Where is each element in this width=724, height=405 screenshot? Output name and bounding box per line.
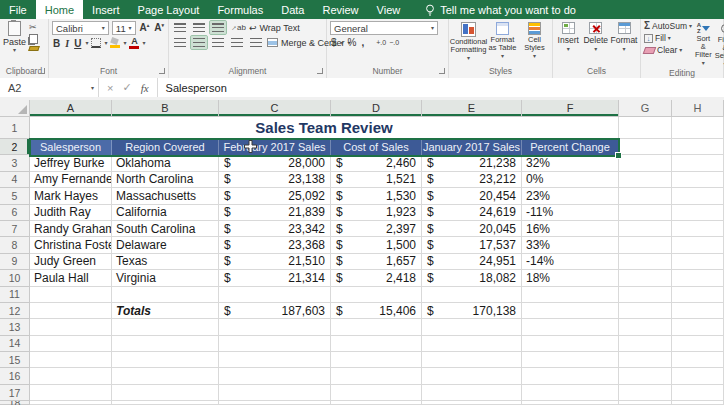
cell-name[interactable]: Randy Graham (30, 221, 112, 237)
cell-name[interactable]: Paula Hall (30, 270, 112, 286)
cell-pct[interactable]: -14% (522, 254, 619, 270)
format-painter-button[interactable] (29, 46, 39, 51)
cell-jan-sales[interactable]: $18,082 (422, 270, 522, 286)
conditional-formatting-button[interactable]: Conditional Formatting ▾ (452, 21, 485, 65)
header-cell-pct-change[interactable]: Percent Change (522, 139, 619, 155)
cell[interactable] (30, 385, 112, 401)
fill-color-button[interactable] (110, 38, 120, 48)
enter-button[interactable]: ✓ (122, 81, 131, 94)
row-header-10[interactable]: 10 (0, 270, 30, 286)
cell[interactable] (672, 303, 724, 319)
cell[interactable] (112, 319, 219, 335)
tab-page-layout[interactable]: Page Layout (129, 0, 209, 19)
tab-formulas[interactable]: Formulas (208, 0, 272, 19)
row-header-5[interactable]: 5 (0, 188, 30, 204)
cell[interactable] (672, 155, 724, 171)
cell[interactable] (219, 385, 331, 401)
cell-jan-sales[interactable]: $17,537 (422, 237, 522, 253)
column-header-e[interactable]: E (422, 100, 522, 117)
find-select-button[interactable]: Find & Select ▾ (715, 21, 724, 67)
cell[interactable] (619, 352, 672, 368)
cell-name[interactable]: Judy Green (30, 254, 112, 270)
cell[interactable] (422, 287, 522, 303)
cell[interactable] (219, 319, 331, 335)
cell[interactable] (422, 352, 522, 368)
cell[interactable] (619, 221, 672, 237)
cell-title-merged[interactable]: Sales Team Review (30, 117, 619, 139)
cell[interactable] (522, 352, 619, 368)
cell-totals-jan[interactable]: $170,138 (422, 303, 522, 319)
cell[interactable] (30, 401, 112, 405)
cell[interactable] (619, 155, 672, 171)
cell[interactable] (219, 287, 331, 303)
cell[interactable] (672, 205, 724, 221)
top-align-button[interactable] (172, 21, 188, 34)
cell-region[interactable]: Massachusetts (112, 188, 219, 204)
insert-function-button[interactable]: fx (141, 82, 149, 94)
cell-jan-sales[interactable]: $24,951 (422, 254, 522, 270)
cell-pct[interactable]: 32% (522, 155, 619, 171)
cell[interactable] (619, 368, 672, 384)
cell[interactable] (619, 172, 672, 188)
cell-totals-feb[interactable]: $187,603 (219, 303, 331, 319)
cell[interactable] (672, 385, 724, 401)
cell-region[interactable]: Virginia (112, 270, 219, 286)
cell[interactable] (331, 368, 422, 384)
cell[interactable] (522, 401, 619, 405)
cell[interactable] (422, 336, 522, 352)
cell-name[interactable]: Jeffrey Burke (30, 155, 112, 171)
cell[interactable] (219, 368, 331, 384)
increase-decimal-button[interactable]: +.0 (376, 39, 386, 46)
cell-pct[interactable]: 18% (522, 270, 619, 286)
cell-jan-sales[interactable]: $24,619 (422, 205, 522, 221)
cell[interactable] (672, 172, 724, 188)
delete-cells-button[interactable]: Delete ▾ (583, 21, 608, 65)
cell-region[interactable]: South Carolina (112, 221, 219, 237)
column-header-c[interactable]: C (219, 100, 331, 117)
clear-button[interactable]: Clear▾ (644, 45, 692, 55)
row-header-9[interactable]: 9 (0, 254, 30, 270)
cell-feb-sales[interactable]: $21,314 (219, 270, 331, 286)
fill-button[interactable]: ↓Fill▾ (644, 33, 692, 43)
cell[interactable] (522, 287, 619, 303)
align-center-button[interactable] (191, 36, 207, 49)
cell-cost[interactable]: $1,521 (331, 172, 422, 188)
cell-jan-sales[interactable]: $21,238 (422, 155, 522, 171)
cell-region[interactable]: Delaware (112, 237, 219, 253)
cell-region[interactable]: Texas (112, 254, 219, 270)
cell-cost[interactable]: $1,923 (331, 205, 422, 221)
format-as-table-button[interactable]: Format as Table ▾ (488, 21, 517, 65)
font-dialog-launcher-icon[interactable] (159, 68, 165, 74)
cell-feb-sales[interactable]: $21,510 (219, 254, 331, 270)
row-header-15[interactable]: 15 (0, 352, 30, 368)
cancel-button[interactable]: × (107, 82, 113, 94)
header-cell-feb-sales[interactable]: February 2017 Sales (219, 139, 331, 155)
formula-input[interactable]: Salesperson (158, 78, 724, 97)
cell[interactable] (331, 336, 422, 352)
column-header-a[interactable]: A (30, 100, 112, 117)
cell-pct[interactable]: 33% (522, 237, 619, 253)
tab-home[interactable]: Home (36, 0, 83, 19)
cell[interactable] (522, 385, 619, 401)
row-header-16[interactable]: 16 (0, 368, 30, 384)
cell[interactable] (672, 401, 724, 405)
cell[interactable] (672, 352, 724, 368)
cell-styles-button[interactable]: Cell Styles ▾ (520, 21, 549, 65)
row-header-6[interactable]: 6 (0, 205, 30, 221)
cell[interactable] (619, 287, 672, 303)
increase-indent-button[interactable] (248, 36, 264, 49)
cell-cost[interactable]: $2,418 (331, 270, 422, 286)
cell[interactable] (30, 303, 112, 319)
cell[interactable] (619, 205, 672, 221)
cell[interactable] (672, 336, 724, 352)
number-dialog-launcher-icon[interactable] (439, 68, 445, 74)
cut-button[interactable]: ✂ (29, 22, 39, 32)
orientation-button[interactable]: →ab (229, 23, 246, 32)
cell[interactable] (619, 385, 672, 401)
cell-name[interactable]: Amy Fernandez (30, 172, 112, 188)
cell-feb-sales[interactable]: $28,000 (219, 155, 331, 171)
cell[interactable] (30, 287, 112, 303)
cell[interactable] (619, 401, 672, 405)
cell[interactable] (422, 319, 522, 335)
insert-cells-button[interactable]: Insert ▾ (556, 21, 580, 65)
